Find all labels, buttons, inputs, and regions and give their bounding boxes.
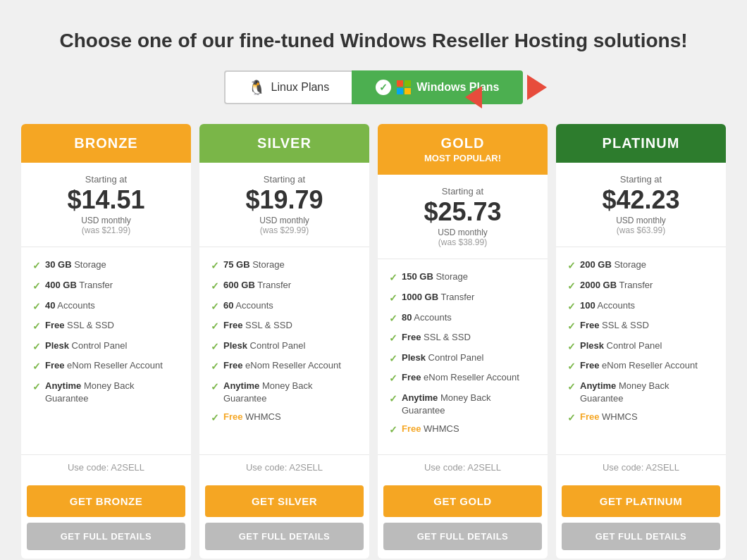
feature-text-platinum-5: Free eNom Reseller Account bbox=[580, 359, 698, 372]
feature-text-platinum-7: Free WHMCS bbox=[580, 411, 638, 423]
feature-check-icon-bronze-4: ✓ bbox=[32, 340, 41, 354]
feature-text-silver-3: Free SSL & SSD bbox=[223, 319, 292, 332]
feature-item-platinum-5: ✓Free eNom Reseller Account bbox=[567, 359, 715, 374]
feature-check-icon-gold-4: ✓ bbox=[389, 352, 397, 366]
windows-plans-tab[interactable]: ✓ Windows Plans bbox=[352, 70, 523, 104]
feature-bold-silver-5: Free bbox=[223, 360, 242, 371]
feature-check-icon-platinum-4: ✓ bbox=[567, 340, 576, 354]
plan-name-silver: SILVER bbox=[211, 135, 358, 151]
feature-text-gold-1: 1000 GB Transfer bbox=[402, 291, 474, 304]
feature-check-icon-silver-0: ✓ bbox=[211, 259, 219, 273]
feature-text-silver-2: 60 Accounts bbox=[223, 299, 273, 312]
usd-monthly-silver: USD monthly bbox=[211, 216, 358, 225]
feature-text-gold-6: Anytime Money Back Guarantee bbox=[402, 392, 536, 417]
linux-plans-tab[interactable]: 🐧 Linux Plans bbox=[224, 70, 352, 104]
feature-check-icon-platinum-6: ✓ bbox=[567, 380, 576, 394]
use-code-platinum: Use code: A2SELL bbox=[556, 454, 726, 480]
price-section-gold: Starting at $25.73 USD monthly (was $38.… bbox=[378, 175, 548, 259]
get-plan-button-platinum[interactable]: GET PLATINUM bbox=[562, 485, 720, 517]
usd-monthly-platinum: USD monthly bbox=[567, 216, 715, 225]
full-details-button-silver[interactable]: GET FULL DETAILS bbox=[205, 523, 364, 550]
feature-check-icon-silver-1: ✓ bbox=[211, 280, 219, 294]
feature-item-bronze-3: ✓Free SSL & SSD bbox=[32, 319, 180, 334]
feature-item-platinum-0: ✓200 GB Storage bbox=[567, 259, 715, 273]
use-code-gold: Use code: A2SELL bbox=[378, 454, 548, 480]
feature-bold-gold-6: Anytime bbox=[402, 392, 438, 403]
full-details-button-gold[interactable]: GET FULL DETAILS bbox=[383, 523, 542, 550]
page-wrapper: Choose one of our fine-tuned Windows Res… bbox=[14, 14, 733, 560]
was-price-platinum: (was $63.99) bbox=[567, 225, 715, 235]
feature-bold-platinum-0: 200 GB bbox=[580, 259, 612, 270]
feature-bold-bronze-3: Free bbox=[45, 320, 64, 330]
feature-check-icon-platinum-5: ✓ bbox=[567, 360, 576, 374]
full-details-button-platinum[interactable]: GET FULL DETAILS bbox=[562, 523, 720, 550]
usd-monthly-bronze: USD monthly bbox=[32, 216, 180, 225]
feature-bold-gold-0: 150 GB bbox=[402, 271, 433, 282]
feature-text-platinum-4: Plesk Control Panel bbox=[580, 340, 662, 352]
feature-check-icon-bronze-5: ✓ bbox=[32, 360, 41, 374]
feature-check-icon-platinum-0: ✓ bbox=[567, 259, 576, 273]
most-popular-badge-gold: MOST POPULAR! bbox=[389, 153, 536, 163]
feature-text-platinum-3: Free SSL & SSD bbox=[580, 319, 649, 332]
windows-check-icon: ✓ bbox=[376, 80, 391, 95]
feature-check-icon-silver-5: ✓ bbox=[211, 360, 219, 374]
feature-check-icon-bronze-2: ✓ bbox=[32, 300, 41, 314]
feature-item-silver-3: ✓Free SSL & SSD bbox=[211, 319, 358, 334]
plan-header-silver: SILVER bbox=[199, 124, 369, 163]
get-plan-button-silver[interactable]: GET SILVER bbox=[205, 485, 364, 517]
feature-item-gold-2: ✓80 Accounts bbox=[389, 311, 536, 326]
feature-check-icon-bronze-6: ✓ bbox=[32, 380, 41, 394]
feature-check-icon-bronze-1: ✓ bbox=[32, 280, 41, 294]
get-plan-button-bronze[interactable]: GET BRONZE bbox=[27, 485, 185, 517]
plan-name-platinum: PLATINUM bbox=[567, 135, 715, 151]
feature-check-icon-platinum-7: ✓ bbox=[567, 411, 576, 425]
feature-bold-platinum-4: Plesk bbox=[580, 340, 604, 351]
starting-at-bronze: Starting at bbox=[32, 174, 180, 185]
feature-check-icon-gold-1: ✓ bbox=[389, 292, 397, 306]
feature-text-gold-7: Free WHMCS bbox=[402, 423, 459, 435]
feature-bold-silver-3: Free bbox=[223, 320, 242, 330]
feature-bold-platinum-6: Anytime bbox=[580, 380, 616, 391]
feature-check-icon-platinum-2: ✓ bbox=[567, 300, 576, 314]
feature-bold-platinum-1: 2000 GB bbox=[580, 280, 617, 290]
feature-check-icon-platinum-3: ✓ bbox=[567, 320, 576, 334]
feature-bold-bronze-2: 40 bbox=[45, 300, 55, 311]
plans-grid: BRONZE Starting at $14.51 USD monthly (w… bbox=[21, 124, 726, 559]
feature-text-silver-0: 75 GB Storage bbox=[223, 259, 285, 271]
feature-text-bronze-2: 40 Accounts bbox=[45, 299, 95, 312]
was-price-bronze: (was $21.99) bbox=[32, 225, 180, 235]
feature-check-icon-silver-2: ✓ bbox=[211, 300, 219, 314]
feature-bold-gold-4: Plesk bbox=[402, 352, 426, 363]
price-section-bronze: Starting at $14.51 USD monthly (was $21.… bbox=[21, 163, 191, 247]
feature-bold-gold-5: Free bbox=[402, 372, 421, 382]
price-gold: $25.73 bbox=[389, 199, 536, 225]
linux-penguin-icon: 🐧 bbox=[248, 79, 266, 96]
feature-text-bronze-5: Free eNom Reseller Account bbox=[45, 359, 163, 372]
feature-check-icon-gold-0: ✓ bbox=[389, 271, 397, 285]
feature-text-silver-4: Plesk Control Panel bbox=[223, 340, 305, 352]
feature-bold-gold-1: 1000 GB bbox=[402, 292, 438, 302]
use-code-bronze: Use code: A2SELL bbox=[21, 454, 191, 480]
feature-bold-gold-7: Free bbox=[402, 423, 421, 434]
full-details-button-bronze[interactable]: GET FULL DETAILS bbox=[27, 523, 185, 550]
use-code-silver: Use code: A2SELL bbox=[199, 454, 369, 480]
feature-bold-bronze-5: Free bbox=[45, 360, 64, 371]
feature-text-silver-6: Anytime Money Back Guarantee bbox=[223, 380, 358, 405]
plan-card-bronze: BRONZE Starting at $14.51 USD monthly (w… bbox=[21, 124, 191, 559]
windows-tab-label: Windows Plans bbox=[416, 81, 499, 94]
plan-name-gold: GOLD bbox=[389, 135, 536, 151]
plan-header-gold: GOLDMOST POPULAR! bbox=[378, 124, 548, 175]
feature-text-bronze-0: 30 GB Storage bbox=[45, 259, 106, 271]
feature-text-platinum-6: Anytime Money Back Guarantee bbox=[580, 380, 715, 405]
feature-bold-silver-2: 60 bbox=[223, 300, 233, 311]
feature-check-icon-silver-4: ✓ bbox=[211, 340, 219, 354]
feature-check-icon-silver-3: ✓ bbox=[211, 320, 219, 334]
features-section-gold: ✓150 GB Storage✓1000 GB Transfer✓80 Acco… bbox=[378, 259, 548, 454]
get-plan-button-gold[interactable]: GET GOLD bbox=[383, 485, 542, 517]
feature-bold-bronze-6: Anytime bbox=[45, 380, 81, 391]
features-section-silver: ✓75 GB Storage✓600 GB Transfer✓60 Accoun… bbox=[199, 247, 369, 454]
features-section-bronze: ✓30 GB Storage✓400 GB Transfer✓40 Accoun… bbox=[21, 247, 191, 454]
usd-monthly-gold: USD monthly bbox=[389, 228, 536, 237]
tabs-container: 🐧 Linux Plans ✓ Windows Plans bbox=[21, 70, 726, 124]
windows-logo-icon bbox=[397, 80, 411, 94]
